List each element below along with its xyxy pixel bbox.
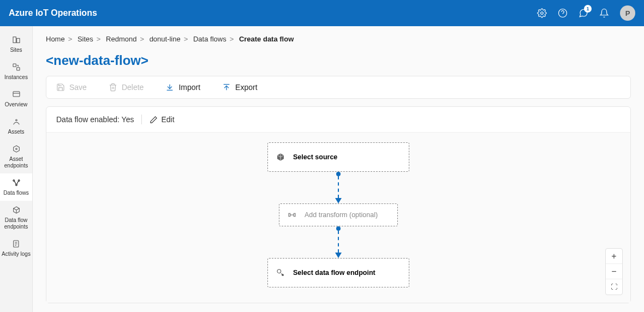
flow-connector	[335, 172, 342, 203]
svg-point-11	[18, 180, 20, 182]
endpoint-icon	[276, 268, 285, 277]
page-title: <new-data-flow>	[46, 53, 631, 68]
svg-point-8	[15, 119, 17, 121]
breadcrumb-item[interactable]: Home	[46, 35, 65, 43]
flow-canvas[interactable]: Select source Add transform (optional)	[46, 133, 630, 303]
app-header: Azure IoT Operations 1 P	[0, 0, 644, 26]
svg-point-0	[541, 12, 544, 15]
breadcrumb-current: Create data flow	[239, 35, 294, 43]
save-icon	[56, 83, 65, 92]
breadcrumb: Home> Sites> Redmond> donut-line> Data f…	[46, 35, 631, 43]
sidebar-item-dataflow-endpoints[interactable]: Data flow endpoints	[0, 201, 32, 235]
transform-icon	[287, 211, 297, 219]
data-flows-icon	[11, 178, 21, 188]
sidebar-item-overview[interactable]: Overview	[0, 85, 32, 112]
import-icon	[165, 83, 174, 92]
settings-icon[interactable]	[537, 8, 547, 18]
svg-rect-6	[16, 68, 19, 70]
svg-rect-19	[294, 213, 295, 216]
sidebar-item-sites[interactable]: Sites	[0, 31, 32, 58]
import-button[interactable]: Import	[165, 83, 200, 92]
content-area: Home> Sites> Redmond> donut-line> Data f…	[33, 26, 644, 312]
select-destination-node[interactable]: Select data flow endpoint	[267, 258, 409, 287]
delete-button: Delete	[109, 83, 144, 92]
header-actions: 1 P	[537, 5, 635, 21]
delete-icon	[109, 83, 117, 92]
svg-rect-4	[16, 38, 19, 43]
asset-endpoints-icon	[11, 144, 21, 154]
canvas-panel: Data flow enabled: Yes Edit Select sourc…	[46, 106, 631, 303]
svg-rect-5	[13, 64, 16, 67]
save-button: Save	[56, 83, 87, 92]
svg-point-12	[15, 184, 17, 186]
sidebar-item-data-flows[interactable]: Data flows	[0, 173, 32, 201]
cube-icon	[276, 153, 285, 161]
breadcrumb-item[interactable]: Sites	[77, 35, 93, 43]
notifications-icon[interactable]	[599, 8, 609, 18]
svg-point-10	[13, 180, 15, 182]
svg-rect-3	[13, 37, 16, 43]
assets-icon	[11, 117, 21, 127]
toolbar: Save Delete Import Export	[46, 76, 630, 98]
overview-icon	[11, 89, 21, 99]
feedback-icon[interactable]: 1	[579, 8, 588, 18]
instances-icon	[11, 62, 21, 72]
zoom-controls: + − ⛶	[605, 248, 623, 295]
dataflow-endpoints-icon	[11, 205, 21, 215]
export-button[interactable]: Export	[222, 83, 257, 92]
help-icon[interactable]	[558, 8, 568, 18]
breadcrumb-item[interactable]: Data flows	[193, 35, 226, 43]
avatar[interactable]: P	[620, 5, 635, 21]
svg-point-1	[559, 9, 567, 17]
export-icon	[222, 83, 231, 92]
activity-logs-icon	[11, 239, 21, 249]
edit-icon	[150, 116, 158, 124]
breadcrumb-item[interactable]: Redmond	[106, 35, 136, 43]
breadcrumb-item[interactable]: donut-line	[150, 35, 181, 43]
svg-rect-7	[13, 92, 20, 97]
svg-point-21	[277, 269, 281, 273]
svg-rect-18	[289, 213, 290, 216]
sidebar-item-assets[interactable]: Assets	[0, 112, 32, 140]
dataflow-enabled-label: Data flow enabled: Yes	[56, 115, 134, 124]
product-name: Azure IoT Operations	[9, 8, 97, 18]
status-row: Data flow enabled: Yes Edit	[46, 107, 630, 133]
svg-point-22	[282, 274, 284, 276]
add-transform-node[interactable]: Add transform (optional)	[279, 203, 398, 226]
zoom-out-button[interactable]: −	[606, 264, 622, 279]
sidebar: Sites Instances Overview Assets Asset en…	[0, 26, 33, 312]
zoom-fit-button[interactable]: ⛶	[606, 279, 622, 295]
zoom-in-button[interactable]: +	[606, 249, 622, 264]
notification-badge: 1	[584, 5, 592, 13]
select-source-node[interactable]: Select source	[267, 142, 409, 172]
sidebar-item-asset-endpoints[interactable]: Asset endpoints	[0, 140, 32, 173]
sidebar-item-activity-logs[interactable]: Activity logs	[0, 235, 32, 262]
svg-point-9	[15, 148, 17, 150]
flow-connector	[335, 226, 342, 258]
sidebar-item-instances[interactable]: Instances	[0, 58, 32, 85]
edit-button[interactable]: Edit	[150, 115, 174, 124]
toolbar-panel: Save Delete Import Export	[46, 76, 631, 99]
sites-icon	[11, 35, 21, 45]
